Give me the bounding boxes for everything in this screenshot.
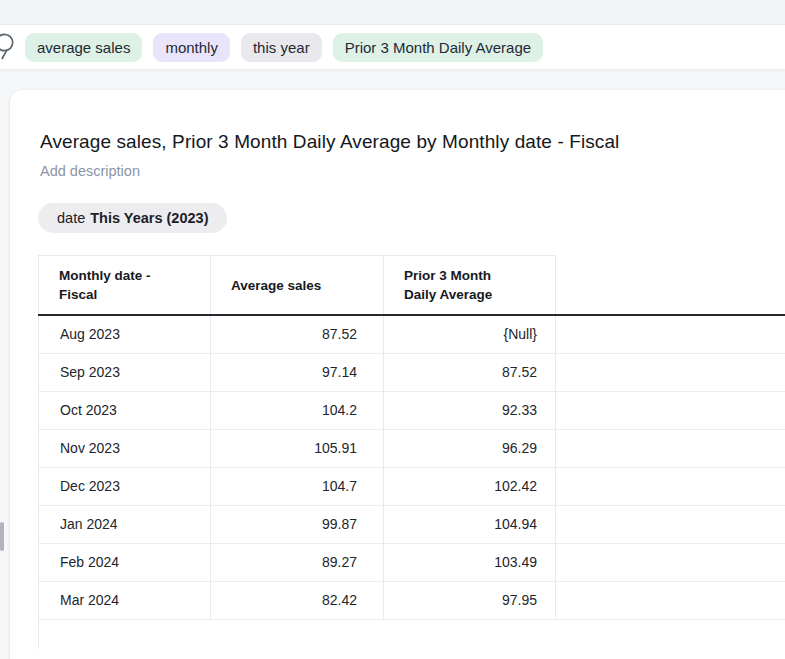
- table-cell: [556, 619, 785, 649]
- table-cell: Feb 2024: [39, 543, 211, 581]
- column-header-average-sales[interactable]: Average sales: [211, 256, 384, 316]
- column-header-monthly-date[interactable]: Monthly date - Fiscal: [39, 256, 211, 316]
- table-cell: Dec 2023: [39, 467, 211, 505]
- table-cell: 105.91: [211, 429, 384, 467]
- table-cell: Nov 2023: [39, 429, 211, 467]
- table-cell: [556, 543, 785, 581]
- search-tag[interactable]: monthly: [153, 33, 230, 62]
- left-scrollbar-thumb[interactable]: [0, 522, 4, 551]
- table-cell: 103.49: [384, 543, 556, 581]
- top-strip: [0, 0, 785, 25]
- table-row: Dec 2023104.7102.42: [39, 467, 785, 505]
- add-description-button[interactable]: Add description: [40, 163, 140, 179]
- table-cell: 104.94: [384, 505, 556, 543]
- table-cell: [556, 353, 785, 391]
- table-cell: 102.42: [384, 467, 556, 505]
- table-cell: [384, 619, 556, 649]
- column-header-empty: [556, 256, 785, 316]
- table-cell: [211, 619, 384, 649]
- table-cell: 96.29: [384, 429, 556, 467]
- table-row: Aug 202387.52{Null}: [39, 315, 785, 353]
- table-cell: 87.52: [384, 353, 556, 391]
- table-row: Mar 202482.4297.95: [39, 581, 785, 619]
- table-cell: [556, 315, 785, 353]
- table-row: Nov 2023105.9196.29: [39, 429, 785, 467]
- results-table: Monthly date - Fiscal Average sales Prio…: [38, 255, 785, 649]
- answer-card: Average sales, Prior 3 Month Daily Avera…: [10, 90, 785, 659]
- table-row: Jan 202499.87104.94: [39, 505, 785, 543]
- table-cell: 104.2: [211, 391, 384, 429]
- table-row: Oct 2023104.292.33: [39, 391, 785, 429]
- date-filter-pill[interactable]: date This Years (2023): [38, 203, 227, 233]
- table-cell: {Null}: [384, 315, 556, 353]
- table-cell: [556, 581, 785, 619]
- table-cell: 92.33: [384, 391, 556, 429]
- table-cell: [556, 391, 785, 429]
- table-cell: 97.95: [384, 581, 556, 619]
- table-cell: Aug 2023: [39, 315, 211, 353]
- search-tag[interactable]: average sales: [25, 33, 142, 62]
- table-cell: [556, 429, 785, 467]
- table-cell: Jan 2024: [39, 505, 211, 543]
- search-bar[interactable]: average salesmonthlythis yearPrior 3 Mon…: [0, 25, 785, 70]
- table-cell: 82.42: [211, 581, 384, 619]
- table-cell: 97.14: [211, 353, 384, 391]
- table-cell: [39, 619, 211, 649]
- table-cell: 89.27: [211, 543, 384, 581]
- table-cell: 99.87: [211, 505, 384, 543]
- table-cell: [556, 467, 785, 505]
- search-icon: [0, 25, 16, 70]
- table-cell: Oct 2023: [39, 391, 211, 429]
- search-tag[interactable]: Prior 3 Month Daily Average: [333, 33, 543, 62]
- table-cell: [556, 505, 785, 543]
- filter-value-label: This Years (2023): [90, 210, 208, 226]
- table-cell: 104.7: [211, 467, 384, 505]
- table-row-partial: [39, 619, 785, 649]
- table-cell: Sep 2023: [39, 353, 211, 391]
- table-header-row: Monthly date - Fiscal Average sales Prio…: [39, 256, 785, 316]
- search-tag[interactable]: this year: [241, 33, 322, 62]
- table-cell: Mar 2024: [39, 581, 211, 619]
- filter-field-label: date: [57, 210, 85, 226]
- answer-title: Average sales, Prior 3 Month Daily Avera…: [40, 130, 785, 154]
- column-header-prior-3-month[interactable]: Prior 3 Month Daily Average: [384, 256, 556, 316]
- table-body: Aug 202387.52{Null}Sep 202397.1487.52Oct…: [39, 315, 785, 649]
- table-row: Sep 202397.1487.52: [39, 353, 785, 391]
- table-row: Feb 202489.27103.49: [39, 543, 785, 581]
- table-cell: 87.52: [211, 315, 384, 353]
- filter-row: date This Years (2023): [38, 203, 785, 233]
